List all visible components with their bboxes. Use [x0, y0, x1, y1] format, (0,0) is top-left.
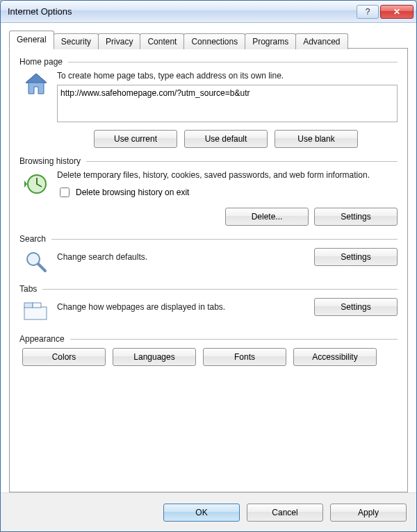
help-button[interactable]: ?: [357, 5, 379, 19]
ok-button[interactable]: OK: [163, 504, 240, 522]
languages-button[interactable]: Languages: [113, 348, 196, 366]
tab-general[interactable]: General: [9, 31, 54, 49]
delete-on-exit-checkbox[interactable]: [60, 188, 70, 197]
svg-rect-7: [33, 303, 41, 308]
close-icon: ✕: [393, 7, 400, 17]
tab-privacy[interactable]: Privacy: [98, 33, 140, 49]
group-homepage: Home page To create home page tabs, type…: [19, 57, 398, 148]
tab-security[interactable]: Security: [54, 33, 99, 49]
tabs-settings-button[interactable]: Settings: [314, 298, 398, 316]
tabstrip: General Security Privacy Content Connect…: [9, 31, 408, 49]
homepage-desc: To create home page tabs, type each addr…: [57, 71, 398, 81]
homepage-legend: Home page: [19, 57, 63, 67]
divider: [86, 161, 398, 162]
internet-options-window: Internet Options ? ✕ General Security Pr…: [0, 0, 417, 532]
divider: [51, 239, 398, 240]
group-header-homepage: Home page: [19, 57, 398, 67]
divider: [70, 339, 398, 340]
accessibility-button[interactable]: Accessibility: [293, 348, 377, 366]
tab-connections[interactable]: Connections: [183, 33, 245, 49]
tab-programs[interactable]: Programs: [245, 33, 296, 49]
use-default-button[interactable]: Use default: [184, 130, 268, 148]
group-appearance: Appearance Colors Languages Fonts Access…: [19, 334, 398, 366]
history-delete-button[interactable]: Delete...: [225, 208, 309, 226]
help-icon: ?: [366, 7, 370, 17]
dialog-footer: OK Cancel Apply: [1, 492, 416, 531]
history-icon: [22, 170, 50, 198]
group-header-tabs: Tabs: [19, 284, 398, 294]
search-legend: Search: [19, 234, 46, 244]
window-title: Internet Options: [8, 6, 355, 17]
titlebar[interactable]: Internet Options ? ✕: [1, 1, 416, 23]
colors-button[interactable]: Colors: [22, 348, 106, 366]
homepage-input[interactable]: [57, 85, 398, 122]
search-settings-button[interactable]: Settings: [314, 248, 398, 266]
group-search: Search Change search defaults. Settings: [19, 234, 398, 276]
tab-content[interactable]: Content: [140, 33, 184, 49]
history-desc: Delete temporary files, history, cookies…: [57, 170, 398, 180]
client-area: General Security Privacy Content Connect…: [1, 23, 416, 492]
group-tabs: Tabs Change how webpages are displayed i…: [19, 284, 398, 326]
tabs-desc: Change how webpages are displayed in tab…: [57, 302, 307, 312]
apply-button[interactable]: Apply: [330, 504, 407, 522]
fonts-button[interactable]: Fonts: [203, 348, 286, 366]
history-legend: Browsing history: [19, 156, 81, 166]
svg-rect-6: [24, 303, 33, 308]
history-settings-button[interactable]: Settings: [314, 208, 398, 226]
cancel-button[interactable]: Cancel: [247, 504, 323, 522]
tabpanel-general: Home page To create home page tabs, type…: [9, 48, 408, 492]
group-header-history: Browsing history: [19, 156, 398, 166]
group-header-search: Search: [19, 234, 398, 244]
close-button[interactable]: ✕: [380, 5, 414, 19]
home-icon: [22, 71, 50, 99]
svg-line-4: [38, 264, 45, 271]
appearance-legend: Appearance: [19, 334, 65, 344]
group-header-appearance: Appearance: [19, 334, 398, 344]
svg-marker-1: [26, 74, 47, 83]
svg-rect-5: [24, 307, 47, 319]
delete-on-exit-label: Delete browsing history on exit: [76, 188, 189, 197]
tabs-icon: [22, 298, 50, 326]
use-blank-button[interactable]: Use blank: [275, 130, 358, 148]
use-current-button[interactable]: Use current: [94, 130, 177, 148]
group-history: Browsing history Delete temporary files,…: [19, 156, 398, 226]
search-icon: [22, 248, 50, 276]
tab-advanced[interactable]: Advanced: [295, 33, 348, 49]
divider: [68, 62, 398, 63]
tabs-legend: Tabs: [19, 284, 37, 294]
divider: [42, 289, 398, 290]
search-desc: Change search defaults.: [57, 252, 307, 262]
